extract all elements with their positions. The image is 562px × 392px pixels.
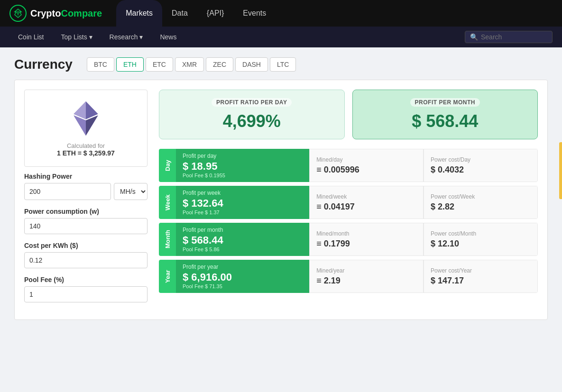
pool-fee-display-0: Pool Fee $ 0.1955 [183,173,303,178]
top-nav: CryptoCompare Markets Data {API} Events [0,0,562,27]
left-column: Calculated for 1 ETH = $ 3,259.97 Hashin… [24,90,147,310]
profit-amount-1: $ 132.64 [183,197,303,210]
mined-cell-3: Mined/year ≡ 2.19 [309,260,424,293]
logo-text-compare: Compare [61,8,102,19]
pool-fee-display-3: Pool Fee $ 71.35 [183,283,303,289]
profit-month-label: PROFIT PER MONTH [410,98,480,107]
logo-icon [9,5,27,22]
eth-logo [67,100,105,137]
nav-api[interactable]: {API} [197,0,233,27]
main-panel: Calculated for 1 ETH = $ 3,259.97 Hashin… [14,80,548,320]
power-value-3: $ 147.17 [431,276,531,286]
logo: CryptoCompare [9,5,102,22]
mined-value-1: ≡ 0.04197 [316,202,416,212]
pool-fee-group: Pool Fee (%) [24,276,147,302]
power-label-1: Power cost/Week [431,193,531,200]
power-label-3: Power cost/Year [431,267,531,274]
power-value-2: $ 12.10 [431,239,531,249]
tab-dash[interactable]: DASH [235,57,268,72]
mined-value-0: ≡ 0.005996 [316,165,416,175]
mined-label-3: Mined/year [316,267,416,274]
profit-amount-3: $ 6,916.00 [183,271,303,283]
nav-data[interactable]: Data [162,0,197,27]
power-label-0: Power cost/Day [431,156,531,163]
power-value-0: $ 0.4032 [431,165,531,175]
search-box[interactable]: 🔍 [465,31,553,43]
tab-zec[interactable]: ZEC [206,57,233,72]
tab-etc[interactable]: ETC [146,57,173,72]
currency-header: Currency BTC ETH ETC XMR ZEC DASH LTC [14,57,548,72]
power-consumption-group: Power consumption (w) [24,208,147,234]
mined-value-3: ≡ 2.19 [316,276,416,286]
data-rows: Day Profit per day $ 18.95 Pool Fee $ 0.… [159,149,538,293]
power-value-1: $ 2.82 [431,202,531,212]
nav-markets[interactable]: Markets [116,0,162,27]
profit-amount-2: $ 568.44 [183,234,303,246]
profit-title-0: Profit per day [183,153,303,159]
summary-profit-ratio: PROFIT RATIO PER DAY 4,699% [159,90,345,139]
right-column: PROFIT RATIO PER DAY 4,699% PROFIT PER M… [159,90,538,310]
currency-tabs: BTC ETH ETC XMR ZEC DASH LTC [87,57,296,72]
data-row-day: Day Profit per day $ 18.95 Pool Fee $ 0.… [159,149,538,182]
nav-events[interactable]: Events [233,0,276,27]
period-label-1: Week [159,186,176,219]
hashing-power-group: Hashing Power MH/s GH/s TH/s [24,173,147,200]
hashing-power-unit[interactable]: MH/s GH/s TH/s [114,183,147,200]
summary-row: PROFIT RATIO PER DAY 4,699% PROFIT PER M… [159,90,538,139]
calc-value: 1 ETH = $ 3,259.97 [57,149,115,157]
eth-logo-box: Calculated for 1 ETH = $ 3,259.97 [24,90,147,167]
nav-coin-list[interactable]: Coin List [9,27,52,47]
mined-label-0: Mined/day [316,156,416,163]
tab-eth[interactable]: ETH [116,57,144,72]
page-title: Currency [14,57,73,72]
data-row-month: Month Profit per month $ 568.44 Pool Fee… [159,223,538,256]
power-consumption-input[interactable] [24,218,147,234]
summary-profit-month: PROFIT PER MONTH $ 568.44 [352,90,538,139]
power-consumption-label: Power consumption (w) [24,208,147,215]
nav-top-lists[interactable]: Top Lists ▾ [52,27,101,47]
profit-title-1: Profit per week [183,190,303,196]
period-label-0: Day [159,149,176,182]
power-cell-1: Power cost/Week $ 2.82 [424,186,538,219]
hashing-power-row: MH/s GH/s TH/s [24,183,147,200]
mined-cell-1: Mined/week ≡ 0.04197 [309,186,424,219]
mined-label-1: Mined/week [316,193,416,200]
logo-text-crypto: Crypto [30,8,61,19]
cost-kwh-group: Cost per KWh ($) [24,242,147,268]
profit-main-3: Profit per year $ 6,916.00 Pool Fee $ 71… [176,260,309,293]
power-cell-0: Power cost/Day $ 0.4032 [424,149,538,182]
hashing-power-input[interactable] [24,183,111,200]
main-nav-items: Markets Data {API} Events [116,0,553,27]
profit-amount-0: $ 18.95 [183,160,303,173]
tab-btc[interactable]: BTC [87,57,114,72]
profit-ratio-value: 4,699% [169,111,335,131]
power-cell-3: Power cost/Year $ 147.17 [424,260,538,293]
pool-fee-display-1: Pool Fee $ 1.37 [183,210,303,215]
mined-value-2: ≡ 0.1799 [316,239,416,249]
cost-kwh-input[interactable] [24,252,147,268]
pool-fee-label: Pool Fee (%) [24,276,147,283]
mined-cell-2: Mined/month ≡ 0.1799 [309,223,424,256]
power-label-2: Power cost/Month [431,230,531,237]
profit-ratio-label: PROFIT RATIO PER DAY [212,98,292,107]
hashing-power-label: Hashing Power [24,173,147,180]
period-label-3: Year [159,260,176,293]
profit-title-2: Profit per month [183,227,303,233]
data-row-year: Year Profit per year $ 6,916.00 Pool Fee… [159,260,538,293]
accent-bar [559,142,562,199]
svg-marker-5 [74,116,86,136]
tab-xmr[interactable]: XMR [175,57,204,72]
data-row-week: Week Profit per week $ 132.64 Pool Fee $… [159,186,538,219]
search-input[interactable] [481,33,547,41]
profit-main-0: Profit per day $ 18.95 Pool Fee $ 0.1955 [176,149,309,182]
nav-news[interactable]: News [151,27,185,47]
page-content: Currency BTC ETH ETC XMR ZEC DASH LTC [0,47,562,329]
power-cell-2: Power cost/Month $ 12.10 [424,223,538,256]
tab-ltc[interactable]: LTC [270,57,296,72]
mined-cell-0: Mined/day ≡ 0.005996 [309,149,424,182]
pool-fee-input[interactable] [24,286,147,302]
period-label-2: Month [159,223,176,256]
profit-month-value: $ 568.44 [362,111,528,131]
mined-label-2: Mined/month [316,230,416,237]
nav-research[interactable]: Research ▾ [101,27,152,47]
